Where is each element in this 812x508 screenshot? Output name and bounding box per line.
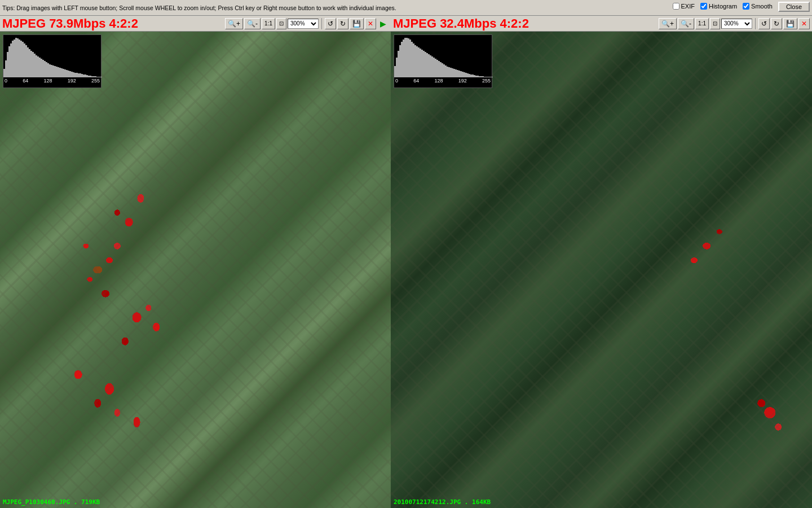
- svg-rect-31: [56, 67, 58, 77]
- svg-rect-69: [413, 43, 414, 77]
- svg-rect-17: [32, 52, 34, 77]
- left-delete-btn[interactable]: ✕: [365, 18, 376, 29]
- svg-rect-109: [480, 76, 482, 77]
- svg-rect-44: [78, 73, 80, 77]
- left-file-info: MJPEG_P1030460.JPG . 719KB: [3, 498, 100, 506]
- exif-checkbox[interactable]: [673, 3, 679, 10]
- left-save-btn[interactable]: 💾: [350, 18, 364, 29]
- right-zoom-1-1-btn[interactable]: 1:1: [695, 18, 709, 29]
- svg-rect-61: [399, 45, 401, 77]
- svg-rect-83: [436, 60, 438, 77]
- svg-rect-107: [477, 76, 479, 77]
- smooth-checkbox[interactable]: [743, 3, 749, 10]
- svg-rect-37: [66, 70, 68, 77]
- svg-rect-113: [487, 77, 489, 77]
- left-filename: MJPEG_P1030460.JPG: [3, 498, 70, 506]
- svg-rect-16: [30, 51, 32, 77]
- svg-rect-106: [475, 76, 477, 77]
- svg-rect-78: [428, 54, 430, 77]
- svg-rect-80: [431, 56, 433, 77]
- right-fit-btn[interactable]: ⊡: [710, 18, 720, 29]
- svg-rect-68: [411, 42, 413, 77]
- left-zoom-in-btn[interactable]: 🔍+: [225, 18, 243, 29]
- svg-rect-22: [41, 59, 42, 77]
- right-zoom-in-btn[interactable]: 🔍+: [659, 18, 677, 29]
- histogram-checkbox[interactable]: [700, 3, 707, 10]
- svg-rect-11: [22, 42, 24, 77]
- left-nav-right-arrow[interactable]: ▶: [377, 19, 389, 28]
- svg-rect-38: [68, 71, 69, 77]
- svg-rect-64: [404, 38, 406, 77]
- svg-rect-4: [10, 43, 12, 77]
- svg-rect-43: [76, 73, 78, 77]
- svg-rect-103: [470, 75, 472, 77]
- svg-rect-13: [25, 45, 27, 77]
- svg-rect-84: [438, 61, 440, 77]
- svg-rect-92: [452, 68, 453, 77]
- svg-rect-57: [100, 77, 102, 77]
- svg-rect-36: [64, 69, 66, 77]
- histogram-label: Histogram: [709, 3, 737, 10]
- svg-rect-70: [414, 45, 416, 77]
- left-rot-left-btn[interactable]: ↺: [325, 18, 336, 29]
- right-file-info: 20100712174212.JPG . 164KB: [394, 498, 491, 506]
- left-filesize: 719KB: [81, 498, 100, 506]
- svg-rect-28: [51, 65, 52, 77]
- right-rot-right-btn[interactable]: ↻: [771, 18, 782, 29]
- left-filesep: .: [74, 498, 81, 506]
- left-fit-btn[interactable]: ⊡: [276, 18, 286, 29]
- svg-rect-40: [71, 72, 73, 77]
- svg-rect-49: [86, 75, 88, 77]
- right-zoom-select[interactable]: 300%: [721, 19, 752, 29]
- svg-rect-96: [458, 71, 460, 77]
- svg-rect-65: [406, 38, 408, 77]
- left-zoom-select[interactable]: 300%: [288, 19, 319, 29]
- exif-label: EXIF: [681, 3, 695, 10]
- svg-rect-71: [416, 46, 418, 77]
- left-histogram-canvas: [3, 35, 101, 77]
- svg-rect-3: [8, 46, 10, 77]
- svg-rect-60: [398, 51, 399, 77]
- svg-rect-8: [17, 38, 19, 77]
- right-zoom-out-btn[interactable]: 🔍-: [678, 18, 694, 29]
- right-image-area[interactable]: □: [391, 32, 812, 508]
- svg-rect-85: [440, 62, 442, 77]
- tips-text: Tips: Drag images with LEFT mouse button…: [2, 5, 396, 11]
- right-fence-overlay: [391, 32, 812, 508]
- svg-rect-25: [46, 62, 47, 77]
- svg-rect-50: [88, 76, 90, 77]
- svg-rect-34: [61, 68, 63, 77]
- histogram-checkbox-label[interactable]: Histogram: [700, 3, 737, 10]
- right-panel: MJPEG 32.4Mbps 4:2:2 🔍+ 🔍- 1:1 ⊡ 300% ↺ …: [391, 16, 812, 508]
- left-zoom-out-btn[interactable]: 🔍-: [244, 18, 261, 29]
- svg-rect-30: [54, 66, 56, 77]
- close-button[interactable]: Close: [778, 2, 810, 12]
- svg-rect-19: [36, 55, 37, 77]
- svg-rect-41: [73, 72, 74, 77]
- smooth-checkbox-label[interactable]: Smooth: [743, 3, 773, 10]
- left-panel-title: MJPEG 73.9Mbps 4:2:2: [2, 16, 138, 31]
- svg-rect-74: [421, 50, 423, 77]
- left-zoom-1-1-btn[interactable]: 1:1: [262, 18, 275, 29]
- exif-area: EXIF Histogram Smooth: [673, 3, 773, 10]
- left-image-area[interactable]: □: [0, 32, 391, 508]
- svg-rect-100: [465, 73, 467, 77]
- svg-rect-53: [93, 76, 95, 77]
- svg-rect-5: [12, 41, 14, 77]
- right-save-btn[interactable]: 💾: [783, 18, 797, 29]
- svg-rect-88: [445, 65, 447, 77]
- svg-rect-6: [14, 40, 15, 77]
- exif-checkbox-label[interactable]: EXIF: [673, 3, 695, 10]
- top-bar: Tips: Drag images with LEFT mouse button…: [0, 0, 812, 16]
- svg-rect-32: [58, 67, 59, 77]
- right-rot-left-btn[interactable]: ↺: [758, 18, 770, 29]
- svg-rect-95: [457, 70, 458, 77]
- left-rot-right-btn[interactable]: ↻: [337, 18, 348, 29]
- svg-rect-94: [455, 69, 457, 77]
- right-histogram-labels: 0 64 128 192 255: [394, 78, 492, 84]
- right-delete-btn[interactable]: ✕: [798, 18, 810, 29]
- svg-rect-98: [462, 72, 464, 77]
- svg-rect-73: [420, 49, 421, 77]
- svg-rect-111: [484, 77, 486, 77]
- svg-rect-76: [425, 52, 426, 77]
